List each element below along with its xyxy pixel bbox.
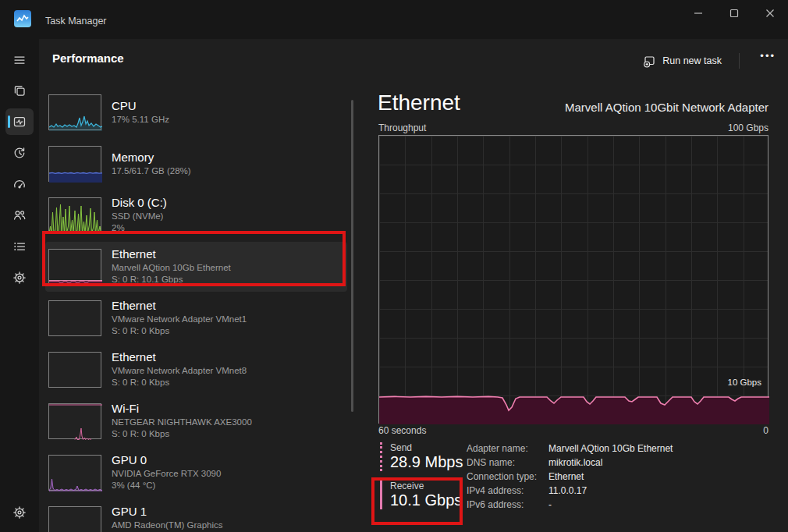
detail-value: Marvell AQtion 10Gb Ethernet	[548, 443, 673, 454]
sidebar-item-startup-apps[interactable]	[5, 171, 34, 197]
perf-item-stats: 17% 5.11 GHz	[112, 114, 169, 126]
more-options-button[interactable]: •••	[760, 50, 776, 62]
run-new-task-icon	[643, 55, 656, 68]
chart-time-window-label: 60 seconds	[378, 425, 426, 436]
perf-item-title: GPU 0	[112, 453, 221, 468]
perf-list-item-memory[interactable]: Memory 17.5/61.7 GB (28%)	[45, 139, 347, 189]
disk-mini-chart	[48, 197, 101, 233]
detail-value: 11.0.0.17	[548, 485, 587, 496]
chart-time-zero-label: 0	[763, 425, 768, 436]
sidebar-item-services[interactable]	[5, 264, 34, 291]
page-title: Performance	[52, 51, 124, 65]
perf-item-subtitle: NETGEAR NIGHTHAWK AXE3000	[112, 417, 252, 429]
throughput-label: Throughput	[378, 122, 426, 133]
gpu1-mini-chart	[48, 506, 101, 532]
selected-indicator	[8, 115, 10, 128]
detail-label: Adapter name:	[467, 443, 528, 454]
adapter-name-heading: Marvell AQtion 10Gbit Network Adapter	[565, 101, 768, 114]
perf-item-subtitle: VMware Network Adapter VMnet1	[112, 314, 247, 326]
performance-icon	[12, 115, 27, 129]
send-value: 28.9 Mbps	[390, 453, 463, 471]
minimize-button[interactable]	[680, 0, 716, 27]
detail-value: mikrotik.local	[548, 457, 602, 468]
sidebar-item-details[interactable]	[5, 233, 34, 260]
detail-label: IPv6 address:	[467, 499, 524, 510]
settings-button[interactable]	[5, 499, 34, 526]
perf-item-stats: S: 0 R: 0 Kbps	[112, 377, 247, 389]
perf-item-title: GPU 1	[112, 505, 223, 520]
details-icon	[12, 239, 27, 254]
app-history-icon	[12, 146, 27, 160]
run-new-task-button[interactable]: Run new task	[635, 48, 729, 73]
wifi-mini-chart	[48, 403, 101, 439]
perf-item-subtitle: VMware Network Adapter VMnet8	[112, 365, 247, 378]
perf-list-item-cpu[interactable]: CPU 17% 5.11 GHz	[45, 87, 347, 137]
perf-item-stats: S: 0 R: 0 Kbps	[112, 428, 252, 441]
startup-apps-icon	[12, 177, 27, 191]
perf-list-item-disk0[interactable]: Disk 0 (C:) SSD (NVMe) 2%	[45, 190, 347, 240]
run-new-task-label: Run new task	[662, 55, 722, 66]
perf-item-subtitle: SSD (NVMe)	[112, 211, 167, 223]
receive-label: Receive	[390, 481, 462, 491]
ethernet-vmnet1-mini-chart	[48, 300, 101, 336]
send-label: Send	[390, 442, 463, 453]
perf-list-item-wifi[interactable]: Wi-Fi NETGEAR NIGHTHAWK AXE3000 S: 0 R: …	[45, 396, 347, 446]
perf-item-title: Ethernet	[112, 350, 247, 365]
perf-list-item-ethernet-marvell[interactable]: Ethernet Marvell AQtion 10Gb Ethernet S:…	[45, 242, 347, 292]
detail-value: -	[548, 499, 552, 510]
perf-list-item-gpu1[interactable]: GPU 1 AMD Radeon(TM) Graphics 0% (44 °C)	[45, 499, 347, 532]
services-icon	[12, 271, 27, 285]
sidebar-item-performance[interactable]	[5, 108, 34, 135]
chart-max-scale-label: 100 Gbps	[728, 122, 768, 133]
maximize-button[interactable]	[716, 0, 752, 27]
send-stat: Send 28.9 Mbps	[380, 442, 463, 471]
task-manager-app-icon	[14, 10, 31, 27]
chart-10gbps-label: 10 Gbps	[728, 378, 761, 387]
close-button[interactable]	[752, 0, 788, 27]
perf-item-subtitle: Marvell AQtion 10Gb Ethernet	[112, 262, 231, 275]
perf-item-stats: S: 0 R: 0 Kbps	[112, 325, 247, 338]
perf-item-stats: 17.5/61.7 GB (28%)	[112, 165, 191, 178]
throughput-chart: 10 Gbps	[378, 135, 768, 424]
perf-item-title: Memory	[112, 151, 191, 165]
command-bar: Performance Run new task •••	[39, 44, 788, 78]
command-bar-divider	[739, 53, 740, 69]
processes-icon	[12, 83, 27, 98]
receive-stat: Receive 10.1 Gbps	[380, 481, 462, 509]
perf-list-item-ethernet-vmnet1[interactable]: Ethernet VMware Network Adapter VMnet1 S…	[45, 293, 347, 343]
list-scrollbar[interactable]	[351, 100, 353, 412]
task-manager-window: Task Manager	[0, 0, 788, 532]
perf-item-stats: 3% (44 °C)	[112, 480, 221, 492]
perf-item-title: CPU	[112, 99, 169, 114]
perf-list-item-gpu0[interactable]: GPU 0 NVIDIA GeForce RTX 3090 3% (44 °C)	[45, 448, 347, 498]
perf-item-subtitle: NVIDIA GeForce RTX 3090	[112, 468, 221, 481]
detail-label: DNS name:	[467, 457, 515, 468]
memory-mini-chart	[48, 146, 101, 182]
sidebar-item-processes[interactable]	[5, 77, 34, 104]
sidebar-item-app-history[interactable]	[5, 140, 34, 166]
perf-item-title: Ethernet	[112, 299, 247, 314]
ethernet-vmnet8-mini-chart	[48, 352, 101, 388]
detail-label: IPv4 address:	[467, 485, 524, 496]
perf-item-stats: 2%	[112, 222, 167, 235]
detail-label: Connection type:	[467, 471, 537, 482]
perf-list-item-ethernet-vmnet8[interactable]: Ethernet VMware Network Adapter VMnet8 S…	[45, 345, 347, 395]
receive-value: 10.1 Gbps	[390, 491, 462, 509]
perf-item-title: Ethernet	[112, 247, 231, 262]
ethernet-mini-chart	[48, 249, 101, 285]
sidebar-item-users[interactable]	[5, 202, 34, 229]
settings-gear-icon	[12, 505, 27, 520]
perf-item-stats: S: 0 R: 10.1 Gbps	[112, 274, 231, 286]
perf-item-title: Wi-Fi	[112, 402, 252, 417]
detail-value: Ethernet	[548, 471, 584, 482]
navigation-rail	[0, 39, 39, 532]
cpu-mini-chart	[48, 94, 101, 130]
hamburger-menu-icon[interactable]	[5, 47, 34, 73]
title-bar: Task Manager	[0, 0, 788, 39]
gpu0-mini-chart	[48, 455, 101, 491]
users-icon	[12, 208, 27, 222]
receive-series	[379, 136, 769, 424]
perf-item-subtitle: AMD Radeon(TM) Graphics	[112, 520, 223, 532]
perf-item-title: Disk 0 (C:)	[112, 196, 167, 211]
window-title: Task Manager	[45, 16, 107, 27]
